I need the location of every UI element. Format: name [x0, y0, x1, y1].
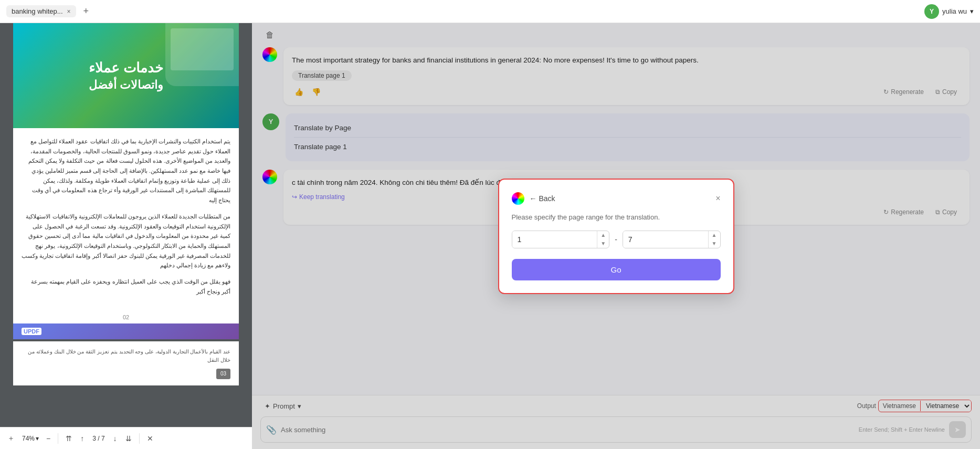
ai-panel: 🗑 The most important strategy for banks …	[252, 23, 980, 449]
modal-back-button[interactable]: ← Back	[530, 194, 555, 203]
user-avatar: Y	[924, 4, 939, 19]
range-end-input[interactable]	[623, 231, 708, 248]
range-start-down-button[interactable]: ▼	[597, 239, 609, 248]
next-page-button[interactable]: ↓	[110, 432, 120, 445]
zoom-value: 74%	[22, 435, 35, 442]
back-label: Back	[539, 194, 555, 203]
user-chevron-icon: ▾	[970, 7, 974, 15]
top-bar: banking whitep... × + Y yulia wu ▾	[0, 0, 980, 23]
toolbar-add-button[interactable]: ＋	[4, 432, 18, 445]
zoom-out-button[interactable]: −	[43, 432, 54, 445]
pdf-text-arabic-1: يتم استخدام الكتيبات والنشرات الإخبارية …	[13, 128, 239, 311]
arabic-title: خدمات عملاء واتصالات أفضل	[89, 60, 163, 92]
pdf-paragraph-2: من المتطلبات الجديدة للعملاء الذين يروجو…	[22, 212, 230, 270]
go-button[interactable]: Go	[512, 259, 721, 280]
updf-logo: UPDF	[22, 328, 41, 335]
back-arrow-icon: ←	[530, 194, 537, 203]
tab-label: banking whitep...	[12, 7, 63, 15]
page-display: 3 / 7	[89, 434, 108, 443]
range-end-up-button[interactable]: ▲	[709, 231, 720, 239]
tab-close-icon[interactable]: ×	[67, 8, 71, 15]
page-num-03-wrapper: 03	[22, 369, 230, 379]
page-num-02: 02	[13, 311, 239, 323]
modal-overlay: ← Back × Please specify the page range f…	[252, 23, 980, 449]
modal-close-button[interactable]: ×	[715, 194, 720, 203]
close-panel-button[interactable]: ✕	[144, 432, 156, 445]
range-start-input[interactable]	[512, 231, 597, 248]
pdf-toolbar: ＋ 74% ▾ − ⇈ ↑ 3 / 7 ↓ ⇊ ✕	[0, 427, 252, 449]
modal-subtitle: Please specify the page range for the tr…	[512, 213, 721, 221]
range-end-down-button[interactable]: ▼	[709, 239, 720, 248]
page-total: 7	[101, 435, 105, 442]
pdf-page-3-text: عند القيام بالأعمال التجارية الدولية، عل…	[22, 348, 230, 364]
page-num-03: 03	[216, 369, 230, 379]
zoom-chevron-icon: ▾	[36, 435, 39, 442]
updf-banner: UPDF	[13, 323, 239, 339]
page-separator: /	[98, 435, 101, 442]
page-range-row: ▲ ▼ - ▲ ▼	[512, 231, 721, 248]
pdf-scroll-area[interactable]: خدمات عملاء واتصالات أفضل يتم استخدام ال…	[0, 23, 252, 427]
person-image-placeholder	[165, 23, 239, 86]
new-tab-button[interactable]: +	[80, 5, 92, 18]
user-name: yulia wu	[942, 7, 967, 15]
pdf-cover-image: خدمات عملاء واتصالات أفضل	[13, 23, 239, 128]
user-menu[interactable]: Y yulia wu ▾	[924, 4, 974, 19]
last-page-button[interactable]: ⇊	[122, 432, 135, 445]
pdf-paragraph-3: فهو يقلل من الوقت الذي يجب على العميل ان…	[22, 277, 230, 296]
page-range-modal: ← Back × Please specify the page range f…	[498, 179, 734, 294]
arabic-title-line2: واتصالات أفضل	[89, 78, 163, 92]
pdf-paragraph-1: يتم استخدام الكتيبات والنشرات الإخبارية …	[22, 137, 230, 205]
pdf-page-2: خدمات عملاء واتصالات أفضل يتم استخدام ال…	[13, 23, 239, 339]
range-dash: -	[615, 235, 617, 244]
range-end-spinners: ▲ ▼	[708, 231, 720, 248]
pdf-panel: خدمات عملاء واتصالات أفضل يتم استخدام ال…	[0, 23, 252, 449]
zoom-display: 74% ▾	[20, 434, 41, 443]
pdf-tab[interactable]: banking whitep... ×	[6, 5, 76, 17]
modal-header: ← Back ×	[512, 192, 721, 205]
arabic-title-line1: خدمات عملاء	[89, 60, 163, 76]
pdf-page-3-preview: عند القيام بالأعمال التجارية الدولية، عل…	[13, 341, 239, 385]
main-layout: خدمات عملاء واتصالات أفضل يتم استخدام ال…	[0, 23, 980, 449]
modal-ai-icon	[512, 192, 524, 205]
range-start-spinners: ▲ ▼	[597, 231, 609, 248]
first-page-button[interactable]: ⇈	[62, 432, 75, 445]
prev-page-button[interactable]: ↑	[77, 432, 87, 445]
page-current: 3	[92, 435, 96, 442]
range-end-wrapper: ▲ ▼	[623, 231, 721, 248]
toolbar-separator-2	[139, 433, 140, 444]
range-start-up-button[interactable]: ▲	[597, 231, 609, 239]
range-start-wrapper: ▲ ▼	[512, 231, 610, 248]
toolbar-separator-1	[58, 433, 58, 444]
